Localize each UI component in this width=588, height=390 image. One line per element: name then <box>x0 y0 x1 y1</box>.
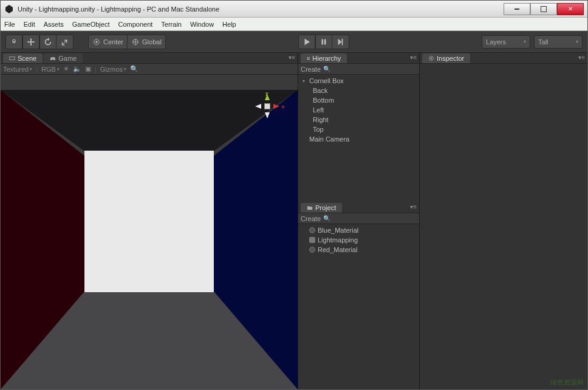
layout-dropdown[interactable]: Tall <box>534 35 583 49</box>
scene-panel-tabs: Scene Game ▾≡ <box>1 53 298 64</box>
menu-component[interactable]: Component <box>118 21 152 28</box>
coord-space-label: Global <box>142 38 162 46</box>
panel-menu-button[interactable]: ▾≡ <box>289 54 295 61</box>
mid-column: ≡ Hierarchy ▾≡ Create 🔍 ▾Cornell Box Bac… <box>298 53 420 389</box>
hierarchy-search-icon[interactable]: 🔍 <box>323 66 330 72</box>
game-icon <box>50 55 56 61</box>
effects-toggle[interactable]: ▣ <box>85 65 91 73</box>
minimize-button[interactable] <box>504 3 530 15</box>
rotate-tool-button[interactable] <box>39 35 56 49</box>
gizmo-cube[interactable] <box>264 103 270 109</box>
scene-asset-icon <box>309 237 315 243</box>
svg-point-2 <box>95 41 98 43</box>
project-panel-menu[interactable]: ▾≡ <box>410 204 417 210</box>
inspector-column: Inspector ▾≡ 绿色资源网 <box>420 53 587 389</box>
project-item-lightmapping[interactable]: Lightmapping <box>298 235 419 245</box>
project-tab-label: Project <box>315 204 336 211</box>
gizmo-x-label: x <box>282 104 284 109</box>
window-title: Unity - Lightmapping.unity - Lightmappin… <box>18 5 504 13</box>
svg-marker-0 <box>5 5 13 13</box>
menu-gameobject[interactable]: GameObject <box>72 21 110 28</box>
menu-terrain[interactable]: Terrain <box>161 21 182 28</box>
tab-project[interactable]: Project <box>301 203 342 213</box>
inspector-body: 绿色资源网 <box>420 64 587 389</box>
menu-window[interactable]: Window <box>190 21 214 28</box>
inspector-icon <box>428 55 434 61</box>
foldout-icon[interactable]: ▾ <box>301 78 307 84</box>
play-button[interactable] <box>298 35 315 49</box>
gizmo-x-arrow[interactable] <box>273 104 279 109</box>
scene-view[interactable]: y x <box>1 75 298 389</box>
scene-icon <box>9 55 15 61</box>
hierarchy-item-right[interactable]: Right <box>298 115 419 125</box>
svg-rect-7 <box>342 38 343 45</box>
hierarchy-tree: ▾Cornell Box Back Bottom Left Right Top … <box>298 75 419 202</box>
menu-edit[interactable]: Edit <box>24 21 35 28</box>
tab-inspector[interactable]: Inspector <box>422 53 470 63</box>
project-search-icon[interactable]: 🔍 <box>323 215 330 222</box>
draw-mode-dropdown[interactable]: Textured <box>3 66 32 73</box>
play-controls <box>298 35 349 49</box>
svg-point-10 <box>431 58 432 60</box>
gizmos-dropdown[interactable]: Gizmos <box>100 66 126 73</box>
folder-icon <box>307 205 313 211</box>
scene-search-icon[interactable]: 🔍 <box>130 65 138 73</box>
hierarchy-item-main-camera[interactable]: Main Camera <box>298 134 419 144</box>
hierarchy-tabs: ≡ Hierarchy ▾≡ <box>298 53 419 64</box>
hierarchy-toolbar: Create 🔍 <box>298 64 419 75</box>
hand-tool-button[interactable] <box>5 35 22 49</box>
app-window: Unity - Lightmapping.unity - Lightmappin… <box>0 0 588 390</box>
pivot-icon <box>92 38 101 46</box>
inspector-tabs: Inspector ▾≡ <box>420 53 587 64</box>
maximize-button[interactable] <box>530 3 557 15</box>
lighting-toggle[interactable]: ☀ <box>63 65 69 73</box>
menubar: File Edit Assets GameObject Component Te… <box>1 18 587 31</box>
menu-file[interactable]: File <box>4 21 15 28</box>
scene-column: Scene Game ▾≡ Textured | RGB ☀ 🔈 ▣ | Giz… <box>1 53 298 389</box>
step-button[interactable] <box>332 35 349 49</box>
svg-point-1 <box>13 39 15 41</box>
toolbar: Center Global Layers Tall <box>1 31 587 53</box>
audio-toggle[interactable]: 🔈 <box>73 65 81 73</box>
project-create-dropdown[interactable]: Create <box>301 215 321 222</box>
gizmo-left-arrow[interactable] <box>255 104 261 109</box>
tab-game[interactable]: Game <box>44 53 83 63</box>
project-tabs: Project ▾≡ <box>298 202 419 213</box>
hierarchy-item-top[interactable]: Top <box>298 125 419 134</box>
hierarchy-item-cornell-box[interactable]: ▾Cornell Box <box>298 76 419 86</box>
svg-rect-8 <box>10 57 15 60</box>
layers-dropdown[interactable]: Layers <box>482 35 530 49</box>
close-button[interactable] <box>557 3 584 15</box>
tab-hierarchy[interactable]: ≡ Hierarchy <box>301 53 347 63</box>
project-toolbar: Create 🔍 <box>298 213 419 224</box>
render-mode-dropdown[interactable]: RGB <box>41 66 60 73</box>
scale-tool-button[interactable] <box>56 35 74 49</box>
pause-button[interactable] <box>315 35 332 49</box>
project-item-blue-material[interactable]: Blue_Material <box>298 225 419 235</box>
pivot-mode-label: Center <box>103 38 123 46</box>
hierarchy-tab-label: Hierarchy <box>312 55 341 62</box>
menu-assets[interactable]: Assets <box>44 21 64 28</box>
project-item-red-material[interactable]: Red_Material <box>298 245 419 255</box>
move-tool-button[interactable] <box>22 35 39 49</box>
material-icon <box>309 247 315 253</box>
gizmo-down-arrow[interactable] <box>265 112 270 118</box>
globe-icon <box>131 38 140 46</box>
hierarchy-item-bottom[interactable]: Bottom <box>298 95 419 105</box>
scene-tab-label: Scene <box>18 55 36 62</box>
layout-label: Tall <box>538 38 549 46</box>
menu-help[interactable]: Help <box>222 21 236 28</box>
hierarchy-create-dropdown[interactable]: Create <box>301 66 321 73</box>
gizmo-y-label: y <box>265 91 268 96</box>
coord-space-button[interactable]: Global <box>128 35 166 49</box>
tab-scene[interactable]: Scene <box>3 53 43 63</box>
hierarchy-panel-menu[interactable]: ▾≡ <box>410 54 417 61</box>
orientation-gizmo[interactable]: y x <box>254 93 281 120</box>
layers-label: Layers <box>486 38 506 46</box>
pivot-mode-button[interactable]: Center <box>88 35 128 49</box>
project-tree: Blue_Material Lightmapping Red_Material <box>298 224 419 389</box>
titlebar: Unity - Lightmapping.unity - Lightmappin… <box>1 1 587 18</box>
inspector-panel-menu[interactable]: ▾≡ <box>578 54 585 61</box>
hierarchy-item-back[interactable]: Back <box>298 86 419 95</box>
hierarchy-item-left[interactable]: Left <box>298 105 419 115</box>
